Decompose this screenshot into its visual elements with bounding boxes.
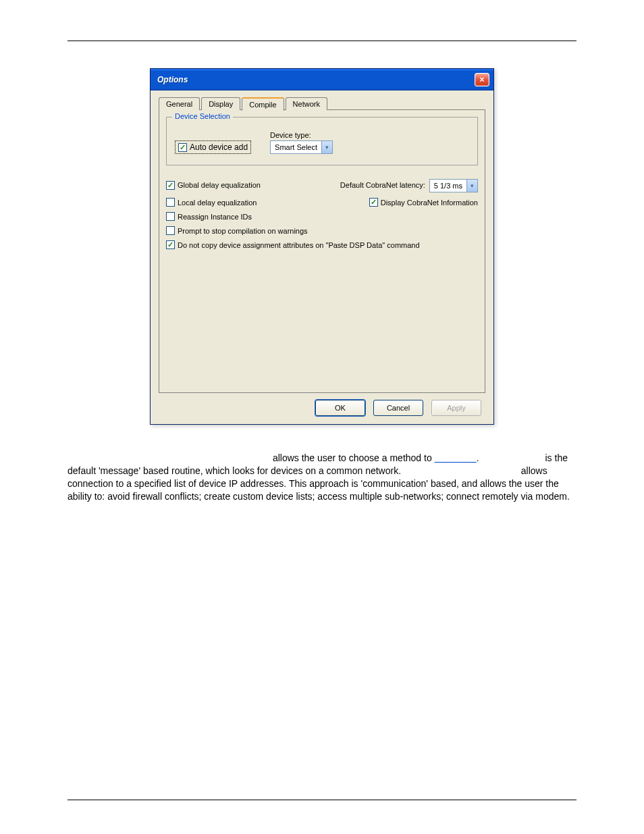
prompt-stop-label: Prompt to stop compilation on warnings	[178, 227, 308, 235]
prompt-stop-checkbox[interactable]: Prompt to stop compilation on warnings	[166, 226, 308, 235]
tab-general[interactable]: General	[159, 97, 200, 110]
tab-compile[interactable]: Compile	[242, 97, 284, 111]
titlebar: Options ×	[151, 69, 493, 90]
do-not-copy-label: Do not copy device assignment attributes…	[178, 241, 420, 249]
checkbox-icon	[178, 143, 187, 152]
dialog-body: General Display Compile Network Device S…	[151, 90, 493, 424]
default-cobranet-label: Default CobraNet latency:	[340, 181, 425, 189]
rule-top	[68, 41, 576, 41]
device-type-select[interactable]: Smart Select ▾	[270, 140, 333, 154]
chevron-down-icon: ▾	[321, 141, 332, 153]
global-delay-label: Global delay equalization	[178, 181, 261, 189]
chevron-down-icon: ▾	[466, 180, 477, 192]
options-dialog: Options × General Display Compile Networ…	[150, 68, 494, 425]
device-type-value: Smart Select	[271, 143, 321, 151]
reassign-ids-checkbox[interactable]: Reassign Instance IDs	[166, 212, 252, 221]
device-selection-fieldset: Device Selection Auto device add Device …	[166, 117, 478, 165]
body-paragraph: allows the user to choose a method to . …	[68, 452, 576, 503]
display-cobranet-label: Display CobraNet Information	[381, 199, 478, 207]
close-icon[interactable]: ×	[475, 73, 489, 86]
checkbox-icon	[166, 226, 175, 235]
global-delay-checkbox[interactable]: Global delay equalization	[166, 181, 261, 190]
local-delay-checkbox[interactable]: Local delay equalization	[166, 198, 257, 207]
auto-device-add-label: Auto device add	[190, 142, 248, 152]
default-cobranet-value: 5 1/3 ms	[430, 182, 466, 190]
tab-display[interactable]: Display	[201, 97, 240, 110]
device-type-col: Device type: Smart Select ▾	[270, 131, 333, 154]
dialog-button-row: OK Cancel Apply	[159, 393, 485, 416]
cancel-button[interactable]: Cancel	[373, 400, 423, 416]
fieldset-legend: Device Selection	[172, 112, 233, 120]
auto-device-add-checkbox[interactable]: Auto device add	[175, 140, 251, 154]
checkbox-icon	[369, 198, 378, 207]
compile-panel: Device Selection Auto device add Device …	[159, 109, 485, 393]
local-delay-label: Local delay equalization	[178, 199, 257, 207]
checkbox-icon	[166, 198, 175, 207]
dialog-title: Options	[157, 75, 188, 84]
para-t1: allows the user to choose a method to	[273, 452, 435, 463]
tab-network[interactable]: Network	[286, 97, 327, 110]
checkbox-icon	[166, 181, 175, 190]
rule-bottom	[68, 800, 576, 800]
default-cobranet-select[interactable]: 5 1/3 ms ▾	[429, 179, 478, 192]
display-cobranet-checkbox[interactable]: Display CobraNet Information	[369, 198, 478, 207]
do-not-copy-checkbox[interactable]: Do not copy device assignment attributes…	[166, 240, 420, 249]
tab-strip: General Display Compile Network	[159, 97, 485, 110]
reassign-ids-label: Reassign Instance IDs	[178, 213, 252, 221]
checkbox-icon	[166, 240, 175, 249]
apply-button[interactable]: Apply	[431, 400, 481, 416]
checkbox-icon	[166, 212, 175, 221]
device-type-label: Device type:	[270, 131, 333, 139]
blank-link-1	[435, 452, 477, 463]
ok-button[interactable]: OK	[315, 400, 365, 416]
